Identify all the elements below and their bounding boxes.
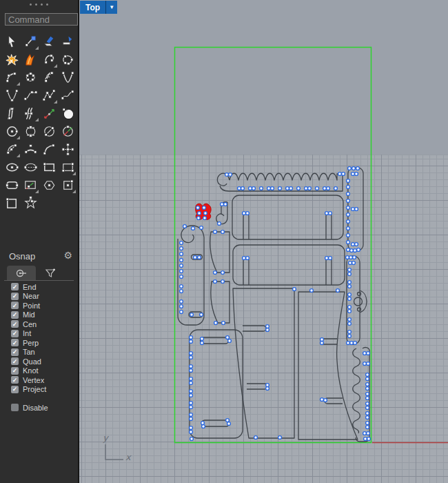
checkbox-label: Mid: [23, 310, 35, 319]
tab-top[interactable]: Top: [80, 1, 105, 14]
toolbar-icon-arc-blend[interactable]: [3, 69, 21, 86]
checkbox-end[interactable]: ✓: [11, 283, 19, 290]
osnap-separator: [4, 280, 74, 281]
toolbar-icon-sphere[interactable]: [59, 105, 77, 122]
osnap-option-tan: ✓Tan: [11, 348, 46, 357]
toolbar-icon-rectangle-corner[interactable]: [40, 159, 58, 176]
toolbar-icon-circle-diameter[interactable]: [40, 123, 58, 140]
checkbox-knot[interactable]: ✓: [11, 367, 19, 375]
osnap-disable-row: Disable: [11, 403, 48, 413]
panel-drag-handle[interactable]: [0, 3, 78, 6]
viewport-grid: [79, 155, 448, 483]
toolbar-icon-arc-center[interactable]: [3, 141, 21, 158]
checkbox-label: End: [23, 283, 37, 291]
checkbox-disable[interactable]: [11, 404, 19, 411]
osnap-option-cen: ✓Cen: [11, 319, 46, 329]
flyout-triangle: [72, 172, 76, 175]
toolbar-icon-ellipse-diameter[interactable]: [21, 159, 39, 176]
toolbar-icon-blend-strip[interactable]: [3, 105, 21, 122]
toolbar-icon-arc-tangent[interactable]: [40, 141, 58, 158]
toolbar-icon-curve-control[interactable]: [21, 87, 39, 104]
checkbox-perp[interactable]: ✓: [11, 339, 19, 346]
toolbar-icon-blob-points[interactable]: [21, 69, 39, 86]
osnap-option-vertex: ✓Vertex: [11, 375, 46, 385]
osnap-tab-snaps[interactable]: [7, 266, 36, 280]
flyout-triangle: [17, 82, 20, 86]
checkbox-label: Int: [23, 329, 31, 337]
chevron-down-icon: ▼: [109, 4, 114, 10]
toolbar-icon-cplane-axes[interactable]: [40, 105, 58, 122]
toolbar-icon-smash[interactable]: [21, 51, 39, 68]
flyout-triangle: [35, 190, 39, 193]
osnap-option-list: ✓End✓Near✓Point✓Mid✓Cen✓Int✓Perp✓Tan✓Qua…: [11, 282, 46, 394]
osnap-tab-filter[interactable]: [36, 266, 65, 280]
toolbar-icon-rectangle-center[interactable]: [21, 177, 39, 194]
toolbar-icon-curve-through-points[interactable]: [40, 51, 58, 68]
toolbar-icon-square-center[interactable]: [3, 195, 21, 212]
checkbox-point[interactable]: ✓: [11, 302, 19, 309]
toolbar-icon-polygon-inscribed[interactable]: [59, 177, 77, 194]
toolbar-icon-polyline[interactable]: [40, 87, 58, 104]
flyout-triangle: [54, 100, 57, 103]
checkbox-label: Project: [23, 385, 46, 393]
toolbar-icon-sketch-curve[interactable]: [59, 87, 77, 104]
osnap-option-end: ✓End: [11, 282, 46, 292]
checkbox-near[interactable]: ✓: [11, 293, 19, 300]
viewport-tab-dropdown[interactable]: ▼: [105, 1, 117, 14]
osnap-option-near: ✓Near: [11, 292, 46, 302]
tool-sidebar: Osnap ⚙ ✓End✓Near✓Point✓Mid✓Cen✓Int✓Perp…: [0, 0, 79, 483]
toolbar-icon-polygon-center[interactable]: [40, 177, 58, 194]
checkbox-label: Vertex: [23, 376, 44, 384]
viewport-tab-bar: Top ▼: [80, 1, 117, 14]
flyout-triangle: [35, 46, 39, 50]
flyout-triangle: [72, 190, 76, 193]
toolbar-icon-point-grid[interactable]: [59, 141, 77, 158]
checkbox-label: Point: [23, 302, 40, 310]
checkbox-quad[interactable]: ✓: [11, 357, 19, 365]
checkbox-project[interactable]: ✓: [11, 386, 19, 393]
toolbar-icon-control-points[interactable]: [21, 33, 39, 50]
checkbox-label: Cen: [23, 320, 37, 328]
toolbar-icon-arc-points[interactable]: [21, 141, 39, 158]
toolbar-icon-curve-v[interactable]: [59, 69, 77, 86]
toolbar-icon-rectangle-rounded[interactable]: [3, 177, 21, 194]
checkbox-label: Quad: [23, 357, 41, 366]
toolbar-icon-parabola[interactable]: [3, 87, 21, 104]
checkbox-label: Near: [23, 292, 39, 300]
flyout-triangle: [35, 118, 39, 121]
toolbar-icon-star[interactable]: [21, 195, 39, 212]
checkbox-label: Tan: [23, 348, 35, 356]
gear-icon[interactable]: ⚙: [63, 250, 72, 260]
osnap-tabs: [7, 266, 65, 280]
osnap-icon: [15, 268, 28, 278]
checkbox-mid[interactable]: ✓: [11, 311, 19, 319]
toolbar-icon-hide-objects[interactable]: [40, 33, 58, 50]
toolbar-icon-explode[interactable]: [3, 51, 21, 68]
checkbox-cen[interactable]: ✓: [11, 320, 19, 328]
checkbox-label: Perp: [23, 339, 39, 347]
osnap-option-point: ✓Point: [11, 301, 46, 310]
checkbox-int[interactable]: ✓: [11, 330, 19, 337]
osnap-option-project: ✓Project: [11, 385, 46, 395]
osnap-option-int: ✓Int: [11, 329, 46, 339]
flyout-triangle: [54, 64, 57, 68]
toolbar-icon-grid: [3, 33, 77, 213]
toolbar-icon-rectangle-3pt[interactable]: [59, 159, 77, 176]
toolbar-icon-circle-deformable[interactable]: [21, 123, 39, 140]
osnap-title: Osnap: [9, 251, 35, 262]
toolbar-icon-helix[interactable]: [40, 69, 58, 86]
toolbar-icon-blend-adjustable[interactable]: [21, 105, 39, 122]
osnap-option-mid: ✓Mid: [11, 310, 46, 320]
checkbox-vertex[interactable]: ✓: [11, 376, 19, 384]
toolbar-icon-closed-curve[interactable]: [59, 51, 77, 68]
toolbar-icon-ellipse-center[interactable]: [3, 159, 21, 176]
toolbar-icon-circle-vertical[interactable]: [59, 123, 77, 140]
flyout-triangle: [17, 154, 20, 157]
checkbox-label: Knot: [23, 366, 39, 375]
osnap-option-perp: ✓Perp: [11, 338, 46, 348]
toolbar-icon-select[interactable]: [3, 33, 21, 50]
toolbar-icon-show-objects[interactable]: [59, 33, 77, 50]
checkbox-tan[interactable]: ✓: [11, 348, 19, 356]
toolbar-icon-circle-center[interactable]: [3, 123, 21, 140]
command-input[interactable]: [5, 13, 78, 26]
